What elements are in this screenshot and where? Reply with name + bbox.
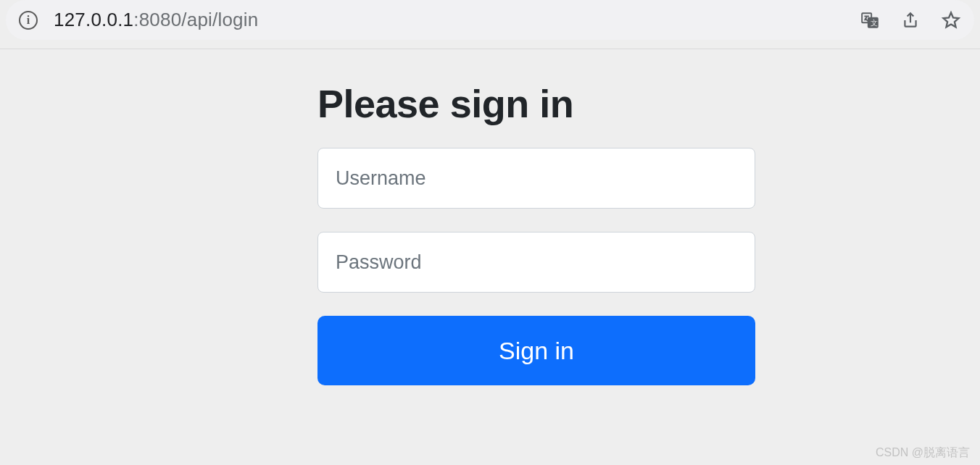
address-bar-right: 文 (860, 10, 961, 30)
page-title: Please sign in (317, 81, 755, 126)
watermark: CSDN @脱离语言 (876, 445, 970, 461)
translate-icon[interactable]: 文 (860, 10, 880, 30)
login-form: Please sign in Sign in (317, 81, 755, 385)
address-bar[interactable]: i 127.0.0.1:8080/api/login 文 (6, 0, 974, 40)
star-icon[interactable] (941, 10, 961, 30)
username-input[interactable] (317, 148, 755, 209)
url-host: 127.0.0.1 (54, 9, 133, 30)
address-bar-left: i 127.0.0.1:8080/api/login (19, 9, 258, 31)
info-icon[interactable]: i (19, 11, 38, 30)
share-icon[interactable] (900, 10, 921, 30)
svg-text:文: 文 (871, 18, 878, 26)
url-path: :8080/api/login (133, 9, 258, 30)
page-content: Please sign in Sign in (0, 49, 980, 465)
sign-in-button[interactable]: Sign in (317, 316, 755, 385)
password-input[interactable] (317, 232, 755, 293)
url-display[interactable]: 127.0.0.1:8080/api/login (54, 9, 258, 31)
